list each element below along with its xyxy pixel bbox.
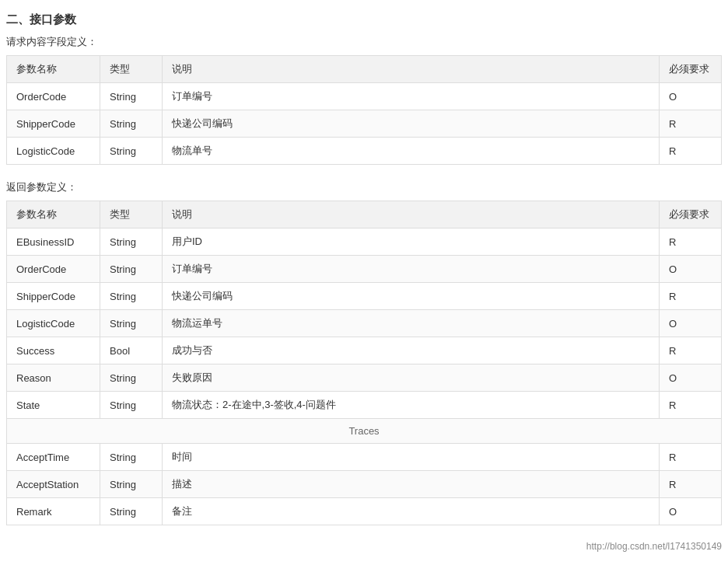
table-row: EBusinessID String 用户ID R — [7, 228, 722, 256]
return-table-wrapper: 参数名称 类型 说明 必须要求 EBusinessID String 用户ID … — [6, 201, 722, 525]
cell-required: R — [660, 471, 722, 498]
cell-required: O — [660, 310, 722, 337]
cell-required: R — [660, 228, 722, 256]
return-table-header: 参数名称 类型 说明 必须要求 — [7, 201, 722, 228]
cell-name: Success — [7, 337, 100, 365]
cell-type: String — [100, 83, 163, 110]
cell-required: R — [660, 337, 722, 365]
cell-desc: 订单编号 — [163, 256, 660, 283]
cell-type: String — [100, 283, 163, 310]
cell-desc: 快递公司编码 — [163, 283, 660, 310]
cell-name: LogisticCode — [7, 138, 100, 165]
table-row: Remark String 备注 O — [7, 498, 722, 525]
cell-desc: 备注 — [163, 498, 660, 525]
cell-type: String — [100, 138, 163, 165]
cell-required: O — [660, 83, 722, 110]
table-row: Traces — [7, 419, 722, 444]
cell-desc: 用户ID — [163, 228, 660, 256]
return-header-desc: 说明 — [163, 201, 660, 228]
cell-name: ShipperCode — [7, 110, 100, 138]
cell-desc: 物流运单号 — [163, 310, 660, 337]
cell-desc: 物流状态：2-在途中,3-签收,4-问题件 — [163, 392, 660, 419]
cell-desc: 订单编号 — [163, 83, 660, 110]
cell-required: O — [660, 365, 722, 392]
request-subtitle: 请求内容字段定义： — [6, 35, 722, 49]
cell-name: EBusinessID — [7, 228, 100, 256]
cell-required: R — [660, 444, 722, 471]
cell-type: String — [100, 444, 163, 471]
cell-required: R — [660, 110, 722, 138]
cell-name: State — [7, 392, 100, 419]
cell-desc: 描述 — [163, 471, 660, 498]
table-row: Reason String 失败原因 O — [7, 365, 722, 392]
table-row: ShipperCode String 快递公司编码 R — [7, 110, 722, 138]
cell-type: String — [100, 392, 163, 419]
table-row: LogisticCode String 物流运单号 O — [7, 310, 722, 337]
table-row: AcceptStation String 描述 R — [7, 471, 722, 498]
cell-type: String — [100, 228, 163, 256]
cell-required: O — [660, 498, 722, 525]
cell-type: String — [100, 110, 163, 138]
table-row: AcceptTime String 时间 R — [7, 444, 722, 471]
cell-required: R — [660, 392, 722, 419]
cell-type: String — [100, 498, 163, 525]
cell-type: Bool — [100, 337, 163, 365]
return-header-name: 参数名称 — [7, 201, 100, 228]
table-row: Success Bool 成功与否 R — [7, 337, 722, 365]
footer-link: http://blog.csdn.net/l1741350149 — [6, 541, 722, 552]
return-header-type: 类型 — [100, 201, 163, 228]
cell-type: String — [100, 310, 163, 337]
cell-desc: 时间 — [163, 444, 660, 471]
cell-name: AcceptStation — [7, 471, 100, 498]
request-table-wrapper: 参数名称 类型 说明 必须要求 OrderCode String 订单编号 O … — [6, 55, 722, 165]
header-name: 参数名称 — [7, 56, 100, 83]
cell-required: R — [660, 283, 722, 310]
cell-type: String — [100, 365, 163, 392]
request-section: 请求内容字段定义： 参数名称 类型 说明 必须要求 OrderCode Stri… — [6, 35, 722, 165]
table-row: OrderCode String 订单编号 O — [7, 256, 722, 283]
cell-required: O — [660, 256, 722, 283]
cell-type: String — [100, 256, 163, 283]
request-table-header: 参数名称 类型 说明 必须要求 — [7, 56, 722, 83]
cell-required: R — [660, 138, 722, 165]
cell-name: OrderCode — [7, 83, 100, 110]
header-desc: 说明 — [163, 56, 660, 83]
return-section: 返回参数定义： 参数名称 类型 说明 必须要求 EBusinessID Stri… — [6, 180, 722, 525]
cell-name: Remark — [7, 498, 100, 525]
table-row: State String 物流状态：2-在途中,3-签收,4-问题件 R — [7, 392, 722, 419]
cell-name: OrderCode — [7, 256, 100, 283]
table-row: ShipperCode String 快递公司编码 R — [7, 283, 722, 310]
cell-name: ShipperCode — [7, 283, 100, 310]
return-subtitle: 返回参数定义： — [6, 180, 722, 194]
cell-name: LogisticCode — [7, 310, 100, 337]
table-row: OrderCode String 订单编号 O — [7, 83, 722, 110]
header-type: 类型 — [100, 56, 163, 83]
request-table: 参数名称 类型 说明 必须要求 OrderCode String 订单编号 O … — [6, 55, 722, 165]
cell-type: String — [100, 471, 163, 498]
cell-desc: 快递公司编码 — [163, 110, 660, 138]
header-required: 必须要求 — [660, 56, 722, 83]
section-title: 二、接口参数 — [6, 12, 722, 27]
traces-group-label: Traces — [7, 419, 722, 444]
cell-desc: 成功与否 — [163, 337, 660, 365]
cell-desc: 物流单号 — [163, 138, 660, 165]
return-table: 参数名称 类型 说明 必须要求 EBusinessID String 用户ID … — [6, 201, 722, 525]
return-header-required: 必须要求 — [660, 201, 722, 228]
cell-name: AcceptTime — [7, 444, 100, 471]
cell-desc: 失败原因 — [163, 365, 660, 392]
table-row: LogisticCode String 物流单号 R — [7, 138, 722, 165]
cell-name: Reason — [7, 365, 100, 392]
